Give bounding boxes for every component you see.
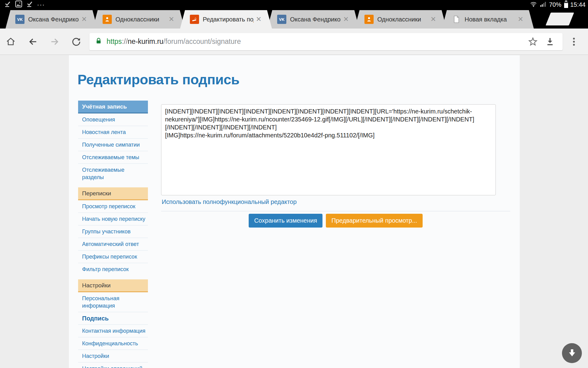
sidebar-header-settings: Настройки <box>78 279 148 292</box>
tab-active-signature[interactable]: Редактировать подп ✕ <box>180 10 272 29</box>
scroll-down-fab[interactable] <box>562 343 582 363</box>
sidebar-item-contact-details[interactable]: Контактная информация <box>78 324 148 337</box>
status-bar: ... 70% 15:44 <box>0 0 588 9</box>
divider <box>161 211 510 211</box>
down-arrow-icon <box>567 347 577 359</box>
more-notifications-icon: ... <box>37 2 45 5</box>
forward-button[interactable] <box>48 35 61 48</box>
status-notification-icons: ... <box>4 0 45 9</box>
new-tab-button[interactable] <box>546 13 574 25</box>
url-text: https://ne-kurim.ru/forum/account/signat… <box>107 37 526 46</box>
sidebar-header-account: Учётная запись <box>78 101 148 113</box>
page-background: Редактировать подпись Учётная запись Опо… <box>0 55 588 368</box>
sidebar-item-signature-current[interactable]: Подпись <box>78 312 148 324</box>
image-icon <box>15 0 22 9</box>
url-host: ne-kurim.ru <box>128 37 163 45</box>
url-path: /forum/account/signature <box>163 37 241 45</box>
ok-icon <box>364 15 374 24</box>
sidebar-header-conversations: Переписки <box>78 187 148 200</box>
download-done-icon <box>26 1 33 9</box>
sidebar-item-preferences[interactable]: Настройки <box>78 350 148 362</box>
use-rich-editor-link[interactable]: Использовать полнофункциональный редакто… <box>162 198 297 205</box>
sidebar-item-privacy[interactable]: Конфиденциальность <box>78 337 148 350</box>
blank-page-icon <box>452 15 461 24</box>
url-bar[interactable]: https://ne-kurim.ru/forum/account/signat… <box>89 33 563 50</box>
sidebar-item-personal-details[interactable]: Персональная информация <box>78 292 148 312</box>
tab-title: Редактировать подп <box>203 16 254 23</box>
page-title: Редактировать подпись <box>77 72 239 88</box>
close-icon[interactable]: ✕ <box>169 15 174 23</box>
bookmark-star-icon[interactable] <box>526 35 539 48</box>
sidebar-item-conversation-filter[interactable]: Фильтр переписок <box>78 263 148 275</box>
reload-button[interactable] <box>70 35 83 48</box>
tab-title: Одноклассники <box>115 16 166 23</box>
tab-title: Оксана Фендрикова <box>290 16 341 23</box>
tab-vk-1[interactable]: VK Оксана Фендрикова ✕ <box>6 10 97 29</box>
sidebar-item-start-conversation[interactable]: Начать новую переписку <box>78 213 148 225</box>
tab-vk-2[interactable]: VK Оксана Фендрикова ✕ <box>267 10 359 29</box>
close-icon[interactable]: ✕ <box>256 15 262 23</box>
close-icon[interactable]: ✕ <box>343 15 349 23</box>
tab-new[interactable]: Новая вкладка ✕ <box>442 10 534 29</box>
sidebar-item-auto-reply[interactable]: Автоматический ответ <box>78 238 148 250</box>
battery-icon <box>564 2 568 8</box>
save-changes-button[interactable]: Сохранить изменения <box>249 214 322 228</box>
sidebar-item-member-groups[interactable]: Группы участников <box>78 225 148 238</box>
tab-title: Новая вкладка <box>465 16 515 23</box>
sidebar-section-conversations: Переписки Просмотр переписок Начать нову… <box>78 187 148 275</box>
preview-button[interactable]: Предварительный просмотр... <box>326 214 423 228</box>
tab-ok-1[interactable]: Одноклассники ✕ <box>93 10 185 29</box>
sidebar-item-alerts[interactable]: Оповещения <box>78 113 148 126</box>
sidebar-item-likes-received[interactable]: Полученные симпатии <box>78 138 148 151</box>
sidebar-section-account: Учётная запись Оповещения Новостная лент… <box>78 101 148 183</box>
lock-icon <box>95 37 102 46</box>
tab-title: Оксана Фендрикова <box>28 16 79 23</box>
battery-percent: 70% <box>549 1 561 8</box>
account-sidebar: Учётная запись Оповещения Новостная лент… <box>78 101 148 368</box>
close-icon[interactable]: ✕ <box>431 15 436 23</box>
close-icon[interactable]: ✕ <box>81 15 87 23</box>
back-button[interactable] <box>26 35 39 48</box>
sidebar-item-news-feed[interactable]: Новостная лента <box>78 126 148 138</box>
button-row: Сохранить изменения Предварительный прос… <box>161 214 510 228</box>
ne-kurim-icon <box>190 15 199 24</box>
signature-textarea[interactable]: [INDENT][INDENT][INDENT][INDENT][INDENT]… <box>161 104 496 195</box>
sidebar-item-alert-preferences[interactable]: Настройки оповещений <box>78 362 148 368</box>
clock: 15:44 <box>570 1 586 8</box>
close-icon[interactable]: ✕ <box>518 15 523 23</box>
sidebar-section-settings: Настройки Персональная информация Подпис… <box>78 279 148 368</box>
url-scheme: https <box>107 37 122 45</box>
tab-ok-2[interactable]: Одноклассники ✕ <box>355 10 447 29</box>
ok-icon <box>103 15 112 24</box>
download-done-icon <box>4 1 11 9</box>
url-separator: :// <box>122 37 128 45</box>
home-button[interactable] <box>4 35 17 48</box>
browser-toolbar: https://ne-kurim.ru/forum/account/signat… <box>0 29 588 55</box>
vk-icon: VK <box>277 15 286 24</box>
tab-title: Одноклассники <box>377 16 428 23</box>
sidebar-item-watched-threads[interactable]: Отслеживаемые темы <box>78 151 148 163</box>
download-icon[interactable] <box>544 35 556 48</box>
sidebar-item-watched-forums[interactable]: Отслеживаемые разделы <box>78 163 148 183</box>
sidebar-item-view-conversations[interactable]: Просмотр переписок <box>78 200 148 213</box>
menu-overflow-icon[interactable] <box>567 35 580 48</box>
page-content: Редактировать подпись Учётная запись Опо… <box>69 55 520 368</box>
tab-strip: VK Оксана Фендрикова ✕ Одноклассники ✕ Р… <box>0 9 588 29</box>
signal-strength-icon <box>540 0 547 9</box>
wifi-icon <box>530 0 537 9</box>
vk-icon: VK <box>15 15 24 24</box>
sidebar-item-conversation-prefixes[interactable]: Префиксы переписок <box>78 250 148 263</box>
